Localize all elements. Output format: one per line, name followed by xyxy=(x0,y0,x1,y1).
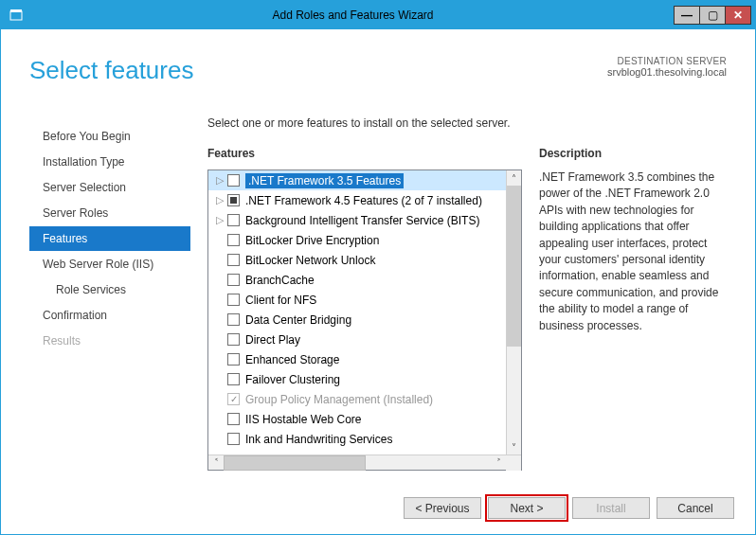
header-row: Select features DESTINATION SERVER srvbl… xyxy=(29,56,727,85)
scroll-left-icon[interactable]: ˂ xyxy=(208,457,224,468)
feature-label: Client for NFS xyxy=(245,294,316,307)
minimize-button[interactable]: — xyxy=(674,6,700,25)
feature-row[interactable]: Group Policy Management (Installed) xyxy=(208,389,508,409)
feature-label: Group Policy Management (Installed) xyxy=(245,393,433,406)
feature-row[interactable]: Ink and Handwriting Services xyxy=(208,429,508,449)
description-heading: Description xyxy=(539,147,727,160)
window-controls: — ▢ ✕ xyxy=(675,6,751,25)
previous-button[interactable]: < Previous xyxy=(404,497,481,519)
sidebar-item-server-selection[interactable]: Server Selection xyxy=(29,175,190,200)
feature-row[interactable]: ▷Background Intelligent Transfer Service… xyxy=(208,210,508,230)
instruction-text: Select one or more features to install o… xyxy=(207,116,727,130)
feature-row[interactable]: BranchCache xyxy=(208,270,508,290)
features-tree: ▷.NET Framework 3.5 Features▷.NET Framew… xyxy=(207,169,522,471)
feature-row[interactable]: BitLocker Network Unlock xyxy=(208,250,508,270)
feature-checkbox[interactable] xyxy=(227,234,240,246)
vscroll-thumb[interactable] xyxy=(507,186,521,347)
sidebar-nav: Before You BeginInstallation TypeServer … xyxy=(29,124,190,354)
sidebar-item-web-server-role-iis-[interactable]: Web Server Role (IIS) xyxy=(29,252,190,276)
wizard-window: Add Roles and Features Wizard — ▢ ✕ Sele… xyxy=(0,0,756,535)
expander-icon[interactable]: ▷ xyxy=(214,214,225,226)
feature-label: Failover Clustering xyxy=(245,373,340,386)
feature-checkbox[interactable] xyxy=(227,254,240,266)
sidebar-item-before-you-begin[interactable]: Before You Begin xyxy=(29,124,190,149)
feature-label: BitLocker Network Unlock xyxy=(245,254,375,267)
expander-icon[interactable]: ▷ xyxy=(214,194,225,206)
install-button[interactable]: Install xyxy=(572,497,650,519)
feature-checkbox[interactable] xyxy=(227,373,240,385)
feature-row[interactable]: IIS Hostable Web Core xyxy=(208,409,508,429)
feature-row[interactable]: BitLocker Drive Encryption xyxy=(208,230,508,250)
sidebar-item-role-services[interactable]: Role Services xyxy=(29,277,190,302)
app-icon xyxy=(7,6,26,25)
scroll-down-icon[interactable]: ˅ xyxy=(507,439,521,455)
feature-checkbox[interactable] xyxy=(227,294,240,306)
expander-icon[interactable]: ▷ xyxy=(214,174,225,187)
page-title: Select features xyxy=(29,56,193,85)
feature-checkbox[interactable] xyxy=(227,214,240,226)
feature-checkbox[interactable] xyxy=(227,413,240,425)
destination-server: srvblog01.thesolving.local xyxy=(607,66,727,78)
description-text: .NET Framework 3.5 combines the power of… xyxy=(539,169,727,334)
feature-checkbox[interactable] xyxy=(227,393,240,405)
sidebar-item-installation-type[interactable]: Installation Type xyxy=(29,150,190,174)
features-list[interactable]: ▷.NET Framework 3.5 Features▷.NET Framew… xyxy=(208,170,508,455)
feature-label: IIS Hostable Web Core xyxy=(245,413,362,426)
svg-rect-1 xyxy=(10,9,22,12)
sidebar-item-results: Results xyxy=(29,329,190,353)
feature-row[interactable]: ▷.NET Framework 4.5 Features (2 of 7 ins… xyxy=(208,190,508,210)
features-heading: Features xyxy=(207,147,522,160)
sidebar-item-server-roles[interactable]: Server Roles xyxy=(29,201,190,225)
feature-checkbox[interactable] xyxy=(227,313,240,326)
hscroll-thumb[interactable] xyxy=(224,455,366,471)
feature-checkbox[interactable] xyxy=(227,333,240,346)
feature-row[interactable]: Failover Clustering xyxy=(208,369,508,389)
feature-label: Ink and Handwriting Services xyxy=(245,433,392,446)
window-title: Add Roles and Features Wizard xyxy=(31,9,675,22)
feature-row[interactable]: Enhanced Storage xyxy=(208,349,508,369)
svg-rect-0 xyxy=(10,11,22,20)
scroll-right-icon[interactable]: ˃ xyxy=(491,457,506,468)
feature-label: BranchCache xyxy=(245,274,315,287)
feature-checkbox[interactable] xyxy=(227,174,240,187)
feature-checkbox[interactable] xyxy=(227,433,240,445)
content-pane: Select features DESTINATION SERVER srvbl… xyxy=(1,29,755,534)
cancel-button[interactable]: Cancel xyxy=(657,497,734,519)
scroll-corner xyxy=(506,455,521,471)
feature-row[interactable]: Client for NFS xyxy=(208,290,508,310)
features-column: Features ▷.NET Framework 3.5 Features▷.N… xyxy=(207,147,522,471)
main-pane: Select one or more features to install o… xyxy=(207,116,727,477)
scroll-up-icon[interactable]: ˄ xyxy=(507,170,521,186)
sidebar-item-confirmation[interactable]: Confirmation xyxy=(29,303,190,328)
feature-label: .NET Framework 3.5 Features xyxy=(245,173,404,188)
maximize-button[interactable]: ▢ xyxy=(699,6,726,25)
feature-checkbox[interactable] xyxy=(227,194,240,206)
horizontal-scrollbar[interactable]: ˂ ˃ xyxy=(208,455,521,470)
description-column: Description .NET Framework 3.5 combines … xyxy=(539,147,727,471)
feature-row[interactable]: ▷.NET Framework 3.5 Features xyxy=(208,170,508,190)
feature-label: Enhanced Storage xyxy=(245,353,339,366)
feature-checkbox[interactable] xyxy=(227,353,240,366)
feature-label: .NET Framework 4.5 Features (2 of 7 inst… xyxy=(245,194,482,207)
destination-box: DESTINATION SERVER srvblog01.thesolving.… xyxy=(607,56,727,85)
titlebar: Add Roles and Features Wizard — ▢ ✕ xyxy=(1,1,755,29)
feature-label: Data Center Bridging xyxy=(245,313,351,327)
vertical-scrollbar[interactable]: ˄ ˅ xyxy=(506,170,521,455)
feature-row[interactable]: Direct Play xyxy=(208,330,508,349)
sidebar-item-features[interactable]: Features xyxy=(29,226,190,251)
next-button[interactable]: Next > xyxy=(488,497,566,519)
feature-label: Background Intelligent Transfer Service … xyxy=(245,214,479,227)
feature-row[interactable]: Data Center Bridging xyxy=(208,310,508,330)
feature-label: Direct Play xyxy=(245,333,300,347)
feature-label: BitLocker Drive Encryption xyxy=(245,234,379,247)
feature-checkbox[interactable] xyxy=(227,274,240,286)
close-button[interactable]: ✕ xyxy=(725,6,751,25)
destination-label: DESTINATION SERVER xyxy=(607,56,727,66)
footer-buttons: < Previous Next > Install Cancel xyxy=(404,497,734,519)
